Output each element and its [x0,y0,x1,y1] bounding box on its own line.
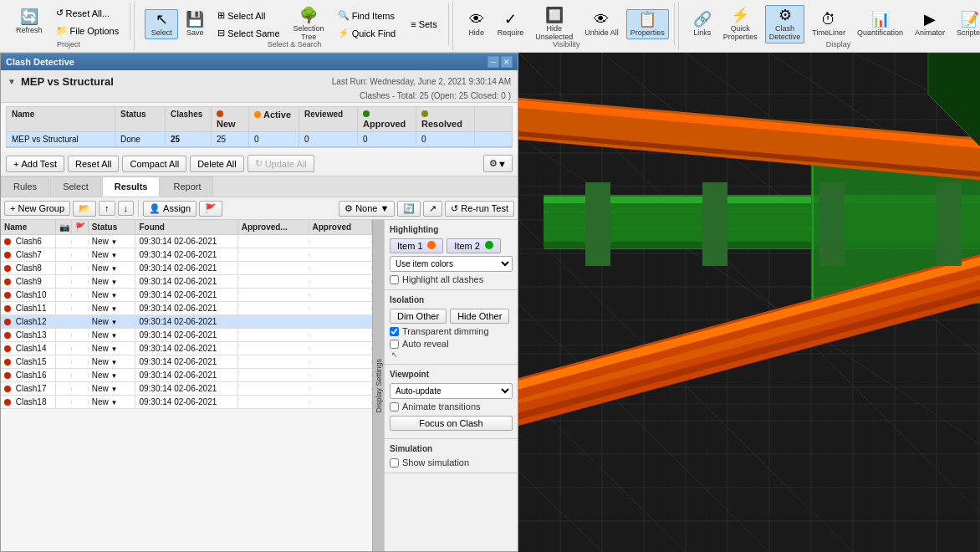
tab-report[interactable]: Report [161,176,213,197]
clash-status-cell: New ▼ [89,235,136,248]
clash-row-clash6[interactable]: Clash6 New ▼ 09:30:14 02-06-2021 [1,235,372,248]
reset-all-button[interactable]: ↺ Reset All... [50,5,125,21]
show-simulation-checkbox[interactable] [390,458,399,468]
test-row-1[interactable]: MEP vs Structural Done 25 25 0 0 0 0 [7,132,512,147]
quick-find-button[interactable]: ⚡ Quick Find [332,25,402,41]
display-settings-tab[interactable]: Display Settings [372,220,384,551]
results-icon-btn-3[interactable]: ↓ [118,201,135,216]
clash-detective-toolbar-button[interactable]: ⚙ ClashDetective [765,5,805,43]
clash-approved-by-cell [238,294,309,297]
timeliner-button[interactable]: ⏱ TimeLiner [808,9,850,39]
links-button[interactable]: 🔗 Links [689,9,716,39]
clash-row-clash15[interactable]: Clash15 New ▼ 09:30:14 02-06-2021 [1,355,372,369]
save-button[interactable]: 💾 Save [181,9,208,39]
settings-dropdown-button[interactable]: ⚙ ▼ [483,155,513,172]
sets-button[interactable]: ≡ Sets [405,17,442,32]
reset-icon: ↺ [56,8,64,18]
find-items-button[interactable]: 🔍 Find Items [332,8,402,23]
isolation-title: Isolation [390,295,513,304]
use-item-colors-select[interactable]: Use item colors [390,256,513,272]
clash-row-clash18[interactable]: Clash18 New ▼ 09:30:14 02-06-2021 [1,396,372,409]
tab-select[interactable]: Select [50,176,101,197]
toolbar-project-items: 🔄 Refresh ↺ Reset All... 📁 File Options [7,3,130,40]
clash-approved-by-cell [238,401,309,404]
transparent-dimming-checkbox[interactable] [390,327,399,336]
reset-all-test-button[interactable]: Reset All [68,156,119,172]
simulation-title: Simulation [390,444,513,453]
clash-row-clash8[interactable]: Clash8 New ▼ 09:30:14 02-06-2021 [1,262,372,275]
clash-found-cell: 09:30:14 02-06-2021 [135,382,237,395]
clash-approved-by-cell [238,334,309,337]
clash-row-clash13[interactable]: Clash13 New ▼ 09:30:14 02-06-2021 [1,329,372,342]
results-icon-btn-4[interactable]: 🚩 [199,201,222,217]
refresh-button[interactable]: 🔄 Refresh [12,7,47,37]
select-button[interactable]: ↖ Select [145,9,178,39]
item1-button[interactable]: Item 1 [390,238,443,253]
view-button[interactable]: 🔄 [397,201,421,217]
clash-row-clash7[interactable]: Clash7 New ▼ 09:30:14 02-06-2021 [1,248,372,262]
clash-row-clash12[interactable]: Clash12 New ▼ 09:30:14 02-06-2021 [1,315,372,329]
action-buttons: + Add Test Reset All Compact All Delete … [1,151,518,176]
clash-row-clash9[interactable]: Clash9 New ▼ 09:30:14 02-06-2021 [1,275,372,289]
clashes-table: Name Status Clashes New Active Reviewed … [6,106,513,148]
hide-other-button[interactable]: Hide Other [450,309,509,324]
tab-rules[interactable]: Rules [1,176,49,197]
item2-button[interactable]: Item 2 [447,238,500,253]
clash-name-cell: Clash16 [1,369,56,381]
tabs-row: Rules Select Results Report [1,176,518,197]
none-dropdown-button[interactable]: ⚙ None ▼ [339,201,395,217]
compact-all-button[interactable]: Compact All [122,156,186,172]
refresh-icon: 🔄 [20,9,38,24]
require-button[interactable]: ✓ Require [493,9,528,39]
clash-status-cell: New ▼ [89,369,136,381]
clash-row-clash14[interactable]: Clash14 New ▼ 09:30:14 02-06-2021 [1,342,372,355]
clash-row-clash17[interactable]: Clash17 New ▼ 09:30:14 02-06-2021 [1,382,372,396]
status-chevron-icon: ▼ [111,399,118,406]
animate-transitions-checkbox[interactable] [390,402,399,411]
scripter-button[interactable]: 📝 Scripter [952,9,980,39]
export-icon: ↗ [429,203,436,214]
assign-button[interactable]: 👤 Assign [143,201,197,217]
collapse-button[interactable]: ▼ [8,77,16,86]
clash-found-cell: 09:30:14 02-06-2021 [135,302,237,314]
update-all-button[interactable]: ↻ Update All [248,155,314,172]
clash-approved-by-cell [238,320,309,324]
hide-button[interactable]: 👁 Hide [463,9,490,39]
highlight-all-checkbox[interactable] [390,275,399,284]
focus-on-clash-button[interactable]: Focus on Clash [390,416,513,431]
export-button[interactable]: ↗ [423,201,442,217]
clash-row-clash11[interactable]: Clash11 New ▼ 09:30:14 02-06-2021 [1,302,372,315]
animator-button[interactable]: ▶ Animator [911,9,949,39]
unhide-all-button[interactable]: 👁 Unhide All [580,9,623,39]
tab-results[interactable]: Results [102,176,161,197]
add-test-button[interactable]: + Add Test [6,156,64,172]
quick-properties-button[interactable]: ⚡ QuickProperties [719,5,762,43]
delete-all-button[interactable]: Delete All [190,156,243,172]
select-same-button[interactable]: ⊟ Select Same [212,25,285,41]
auto-reveal-checkbox[interactable] [390,340,399,349]
results-table[interactable]: Name 📷 🚩 Status Found Approved... Approv… [1,220,372,551]
clash-row-clash10[interactable]: Clash10 New ▼ 09:30:14 02-06-2021 [1,289,372,302]
clash-row-clash16[interactable]: Clash16 New ▼ 09:30:14 02-06-2021 [1,369,372,382]
status-chevron-icon: ▼ [111,332,118,340]
close-button[interactable]: ✕ [501,56,513,68]
clash-approved-cell [309,280,372,284]
file-options-button[interactable]: 📁 File Options [50,23,125,38]
flag-icon: 🚩 [205,203,217,214]
results-toolbar: + New Group 📂 ↑ ↓ 👤 Assign 🚩 ⚙ [1,197,518,220]
new-group-button[interactable]: + New Group [4,201,70,216]
select-all-button[interactable]: ⊞ Select All [212,8,285,23]
toolbar: 🔄 Refresh ↺ Reset All... 📁 File Options … [0,0,980,53]
results-icon-btn-2[interactable]: ↑ [99,201,115,216]
hide-unselected-button[interactable]: 🔲 HideUnselected [531,5,577,43]
gear-icon: ⚙ [489,158,498,169]
results-icon-btn-1[interactable]: 📂 [73,201,96,217]
dim-other-button[interactable]: Dim Other [390,309,447,324]
clash-flag-cell [72,253,88,257]
quantification-button[interactable]: 📊 Quantification [853,9,907,39]
rerun-test-button[interactable]: ↺ Re-run Test [445,201,514,217]
minimize-button[interactable]: ─ [487,56,499,68]
properties-button[interactable]: 📋 Properties [626,9,669,39]
selection-tree-button[interactable]: 🌳 SelectionTree [289,5,329,43]
auto-update-select[interactable]: Auto-update [390,383,513,399]
